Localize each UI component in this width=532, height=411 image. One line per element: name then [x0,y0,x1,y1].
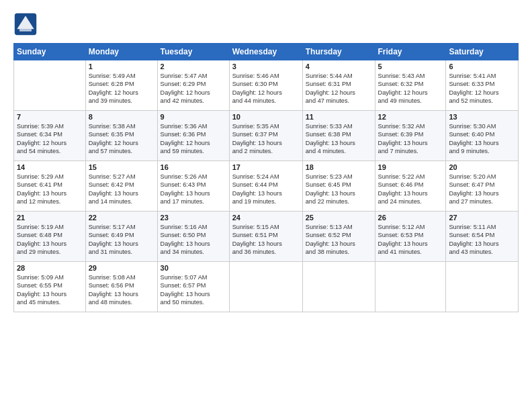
col-sunday: Sunday [14,44,86,60]
day-number: 20 [449,163,515,171]
day-info: Sunrise: 5:27 AM Sunset: 6:42 PM Dayligh… [89,173,154,206]
calendar-cell: 16Sunrise: 5:26 AM Sunset: 6:43 PM Dayli… [157,161,229,212]
day-number: 29 [89,264,154,272]
calendar-cell: 21Sunrise: 5:19 AM Sunset: 6:48 PM Dayli… [14,212,86,262]
week-row-5: 28Sunrise: 5:09 AM Sunset: 6:55 PM Dayli… [14,262,519,312]
day-number: 10 [232,113,300,121]
calendar-cell: 6Sunrise: 5:41 AM Sunset: 6:33 PM Daylig… [446,60,519,111]
week-row-4: 21Sunrise: 5:19 AM Sunset: 6:48 PM Dayli… [14,212,519,262]
calendar-cell: 9Sunrise: 5:36 AM Sunset: 6:36 PM Daylig… [157,111,229,161]
calendar-cell: 4Sunrise: 5:44 AM Sunset: 6:31 PM Daylig… [302,60,375,111]
day-info: Sunrise: 5:47 AM Sunset: 6:29 PM Dayligh… [161,72,226,105]
calendar-cell: 5Sunrise: 5:43 AM Sunset: 6:32 PM Daylig… [375,60,446,111]
calendar-cell: 10Sunrise: 5:35 AM Sunset: 6:37 PM Dayli… [229,111,302,161]
day-number: 2 [161,62,226,71]
calendar-cell: 20Sunrise: 5:20 AM Sunset: 6:47 PM Dayli… [446,161,519,212]
day-number: 14 [17,163,83,171]
week-row-2: 7Sunrise: 5:39 AM Sunset: 6:34 PM Daylig… [14,111,519,161]
day-info: Sunrise: 5:32 AM Sunset: 6:39 PM Dayligh… [378,122,443,156]
day-number: 24 [232,214,300,222]
calendar-cell: 28Sunrise: 5:09 AM Sunset: 6:55 PM Dayli… [14,262,86,312]
day-info: Sunrise: 5:13 AM Sunset: 6:52 PM Dayligh… [306,223,372,257]
calendar-cell: 13Sunrise: 5:30 AM Sunset: 6:40 PM Dayli… [446,111,519,161]
col-saturday: Saturday [446,44,519,60]
col-friday: Friday [375,44,446,60]
day-number: 26 [378,214,443,222]
calendar-cell: 24Sunrise: 5:15 AM Sunset: 6:51 PM Dayli… [229,212,302,262]
day-info: Sunrise: 5:22 AM Sunset: 6:46 PM Dayligh… [378,173,443,206]
calendar-cell: 29Sunrise: 5:08 AM Sunset: 6:56 PM Dayli… [85,262,157,312]
calendar-cell: 1Sunrise: 5:49 AM Sunset: 6:28 PM Daylig… [85,60,157,111]
logo [13,12,40,36]
day-info: Sunrise: 5:16 AM Sunset: 6:50 PM Dayligh… [161,223,226,257]
day-info: Sunrise: 5:20 AM Sunset: 6:47 PM Dayligh… [449,173,515,206]
calendar-cell: 3Sunrise: 5:46 AM Sunset: 6:30 PM Daylig… [229,60,302,111]
calendar-cell: 7Sunrise: 5:39 AM Sunset: 6:34 PM Daylig… [14,111,86,161]
day-info: Sunrise: 5:38 AM Sunset: 6:35 PM Dayligh… [89,122,154,156]
calendar-cell [302,262,375,312]
day-number: 22 [89,214,154,222]
day-number: 7 [17,113,83,121]
day-info: Sunrise: 5:24 AM Sunset: 6:44 PM Dayligh… [232,173,300,206]
day-info: Sunrise: 5:23 AM Sunset: 6:45 PM Dayligh… [306,173,372,206]
day-number: 27 [449,214,515,222]
calendar-cell: 11Sunrise: 5:33 AM Sunset: 6:38 PM Dayli… [302,111,375,161]
calendar-cell: 2Sunrise: 5:47 AM Sunset: 6:29 PM Daylig… [157,60,229,111]
page: Sunday Monday Tuesday Wednesday Thursday… [0,0,532,411]
header-row: Sunday Monday Tuesday Wednesday Thursday… [14,44,519,60]
calendar-cell [229,262,302,312]
calendar-cell: 19Sunrise: 5:22 AM Sunset: 6:46 PM Dayli… [375,161,446,212]
col-wednesday: Wednesday [229,44,302,60]
day-number: 1 [89,62,154,71]
logo-icon [13,12,38,36]
svg-rect-2 [19,29,32,32]
day-number: 11 [306,113,372,121]
calendar-cell: 25Sunrise: 5:13 AM Sunset: 6:52 PM Dayli… [302,212,375,262]
day-info: Sunrise: 5:43 AM Sunset: 6:32 PM Dayligh… [378,72,443,105]
day-number: 8 [89,113,154,121]
day-number: 6 [449,62,515,71]
day-info: Sunrise: 5:11 AM Sunset: 6:54 PM Dayligh… [449,223,515,257]
day-number: 21 [17,214,83,222]
calendar-cell: 26Sunrise: 5:12 AM Sunset: 6:53 PM Dayli… [375,212,446,262]
day-info: Sunrise: 5:09 AM Sunset: 6:55 PM Dayligh… [17,273,83,307]
calendar-cell: 22Sunrise: 5:17 AM Sunset: 6:49 PM Dayli… [85,212,157,262]
day-number: 17 [232,163,300,171]
calendar-cell: 15Sunrise: 5:27 AM Sunset: 6:42 PM Dayli… [85,161,157,212]
col-thursday: Thursday [302,44,375,60]
day-number: 5 [378,62,443,71]
calendar-cell: 18Sunrise: 5:23 AM Sunset: 6:45 PM Dayli… [302,161,375,212]
day-number: 13 [449,113,515,121]
day-info: Sunrise: 5:15 AM Sunset: 6:51 PM Dayligh… [232,223,300,257]
day-info: Sunrise: 5:19 AM Sunset: 6:48 PM Dayligh… [17,223,83,257]
calendar-cell: 23Sunrise: 5:16 AM Sunset: 6:50 PM Dayli… [157,212,229,262]
day-number: 4 [306,62,372,71]
calendar-table: Sunday Monday Tuesday Wednesday Thursday… [13,43,519,312]
day-number: 9 [161,113,226,121]
day-number: 19 [378,163,443,171]
header [13,12,519,36]
day-info: Sunrise: 5:29 AM Sunset: 6:41 PM Dayligh… [17,173,83,206]
day-info: Sunrise: 5:12 AM Sunset: 6:53 PM Dayligh… [378,223,443,257]
day-number: 15 [89,163,154,171]
day-info: Sunrise: 5:36 AM Sunset: 6:36 PM Dayligh… [161,122,226,156]
day-info: Sunrise: 5:35 AM Sunset: 6:37 PM Dayligh… [232,122,300,156]
calendar-cell: 12Sunrise: 5:32 AM Sunset: 6:39 PM Dayli… [375,111,446,161]
day-number: 16 [161,163,226,171]
day-number: 30 [161,264,226,272]
day-info: Sunrise: 5:46 AM Sunset: 6:30 PM Dayligh… [232,72,300,105]
day-number: 12 [378,113,443,121]
day-number: 3 [232,62,300,71]
week-row-3: 14Sunrise: 5:29 AM Sunset: 6:41 PM Dayli… [14,161,519,212]
calendar-cell: 17Sunrise: 5:24 AM Sunset: 6:44 PM Dayli… [229,161,302,212]
col-tuesday: Tuesday [157,44,229,60]
day-info: Sunrise: 5:39 AM Sunset: 6:34 PM Dayligh… [17,122,83,156]
calendar-cell: 14Sunrise: 5:29 AM Sunset: 6:41 PM Dayli… [14,161,86,212]
day-info: Sunrise: 5:49 AM Sunset: 6:28 PM Dayligh… [89,72,154,105]
day-info: Sunrise: 5:33 AM Sunset: 6:38 PM Dayligh… [306,122,372,156]
calendar-cell [375,262,446,312]
day-info: Sunrise: 5:26 AM Sunset: 6:43 PM Dayligh… [161,173,226,206]
calendar-cell: 27Sunrise: 5:11 AM Sunset: 6:54 PM Dayli… [446,212,519,262]
calendar-cell: 8Sunrise: 5:38 AM Sunset: 6:35 PM Daylig… [85,111,157,161]
day-info: Sunrise: 5:07 AM Sunset: 6:57 PM Dayligh… [161,273,226,307]
